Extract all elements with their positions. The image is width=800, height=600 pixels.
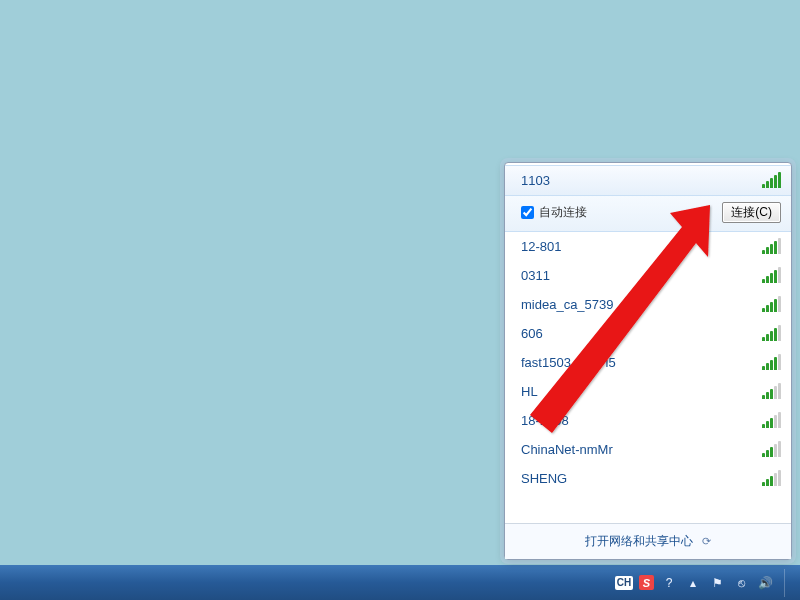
refresh-icon[interactable]: ⟳ xyxy=(702,535,711,548)
wifi-item[interactable]: ChinaNet-nmMr xyxy=(505,435,791,464)
wifi-ssid: SHENG xyxy=(521,471,567,486)
wifi-ssid: 606 xyxy=(521,326,543,341)
wifi-signal-icon xyxy=(762,240,781,254)
wifi-ssid: HL xyxy=(521,384,538,399)
wifi-item[interactable]: 0311 xyxy=(505,261,791,290)
open-network-center-link[interactable]: 打开网络和共享中心 xyxy=(585,534,693,548)
wifi-item[interactable]: 12-801 xyxy=(505,232,791,261)
wifi-signal-icon xyxy=(762,443,781,457)
wifi-signal-icon xyxy=(762,356,781,370)
wifi-footer: 打开网络和共享中心 ⟳ xyxy=(505,523,791,559)
wifi-item[interactable]: fast1503_Wi-Fi5 xyxy=(505,348,791,377)
network-tray-icon[interactable]: ⎋ xyxy=(732,574,750,592)
wifi-item-selected[interactable]: 1103 xyxy=(505,165,791,196)
help-icon[interactable]: ? xyxy=(660,574,678,592)
wifi-ssid: 18-1308 xyxy=(521,413,569,428)
wifi-ssid: 0311 xyxy=(521,268,550,283)
wifi-ssid: ChinaNet-nmMr xyxy=(521,442,613,457)
auto-connect-checkbox-label[interactable]: 自动连接 xyxy=(521,204,714,221)
wifi-network-popup: 1103 自动连接 连接(C) 12-8010311midea_ca_57396… xyxy=(504,162,792,560)
wifi-signal-icon xyxy=(762,269,781,283)
taskbar[interactable]: CH S ? ▴ ⚑ ⎋ 🔊 xyxy=(0,565,800,600)
wifi-ssid: 12-801 xyxy=(521,239,561,254)
wifi-signal-icon xyxy=(762,327,781,341)
tray-chevron-icon[interactable]: ▴ xyxy=(684,574,702,592)
volume-icon[interactable]: 🔊 xyxy=(756,574,774,592)
wifi-signal-icon xyxy=(762,472,781,486)
wifi-ssid: fast1503_Wi-Fi5 xyxy=(521,355,616,370)
desktop: 1103 自动连接 连接(C) 12-8010311midea_ca_57396… xyxy=(0,0,800,565)
wifi-signal-icon xyxy=(762,298,781,312)
wifi-item[interactable]: 18-1308 xyxy=(505,406,791,435)
wifi-list[interactable]: 1103 自动连接 连接(C) 12-8010311midea_ca_57396… xyxy=(505,163,791,523)
wifi-item[interactable]: 606 xyxy=(505,319,791,348)
wifi-item[interactable]: SHENG xyxy=(505,464,791,493)
show-desktop-button[interactable] xyxy=(784,569,794,597)
wifi-ssid: 1103 xyxy=(521,173,550,188)
ime-sogou-icon[interactable]: S xyxy=(639,575,654,590)
ime-language-indicator[interactable]: CH xyxy=(615,576,633,590)
system-tray: CH S ? ▴ ⚑ ⎋ 🔊 xyxy=(615,574,774,592)
action-center-icon[interactable]: ⚑ xyxy=(708,574,726,592)
auto-connect-checkbox[interactable] xyxy=(521,206,534,219)
wifi-item[interactable]: HL xyxy=(505,377,791,406)
wifi-item-expanded-controls: 自动连接 连接(C) xyxy=(505,196,791,232)
wifi-signal-icon xyxy=(762,174,781,188)
wifi-signal-icon xyxy=(762,414,781,428)
connect-button[interactable]: 连接(C) xyxy=(722,202,781,223)
wifi-ssid: midea_ca_5739 xyxy=(521,297,614,312)
auto-connect-text: 自动连接 xyxy=(539,204,587,221)
wifi-item[interactable]: midea_ca_5739 xyxy=(505,290,791,319)
wifi-signal-icon xyxy=(762,385,781,399)
